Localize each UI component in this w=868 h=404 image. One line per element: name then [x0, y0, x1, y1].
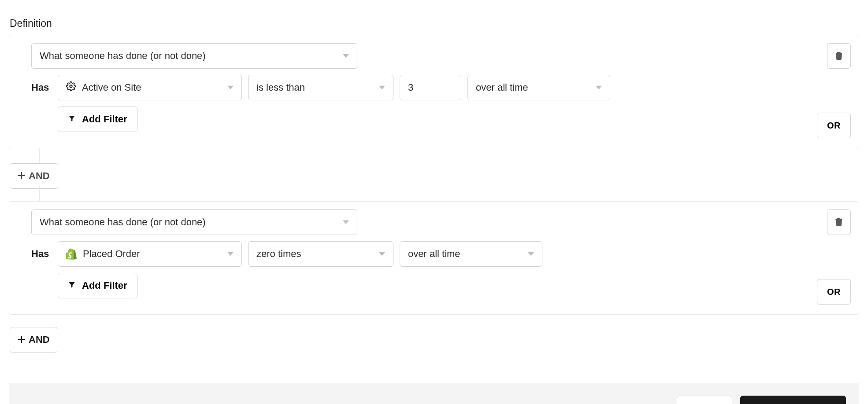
operator-label: zero times [256, 248, 301, 260]
timeframe-select[interactable]: over all time [467, 75, 610, 100]
plus-icon [18, 170, 25, 182]
filter-icon [68, 114, 76, 125]
create-segment-button[interactable]: Create Segment » [740, 396, 846, 404]
and-label: AND [29, 170, 50, 182]
add-filter-label: Add Filter [82, 114, 127, 125]
cancel-button[interactable]: Cancel [677, 396, 732, 404]
condition-type-select[interactable]: What someone has done (or not done) [31, 209, 357, 235]
metric-select[interactable]: Active on Site [58, 75, 242, 100]
metric-label: Active on Site [82, 82, 141, 93]
chevron-down-icon [227, 84, 234, 91]
delete-condition-button[interactable] [827, 209, 851, 235]
has-label: Has [31, 248, 52, 260]
trash-icon [835, 51, 843, 61]
svg-point-0 [70, 85, 72, 88]
and-connector: AND [9, 148, 859, 201]
footer-bar: Cancel Create Segment » [9, 383, 859, 404]
add-and-button[interactable]: AND [10, 327, 58, 353]
plus-icon [18, 334, 25, 345]
chevron-down-icon [596, 84, 602, 91]
operator-label: is less than [256, 82, 305, 93]
add-filter-button[interactable]: Add Filter [58, 273, 137, 298]
has-label: Has [31, 82, 52, 93]
metric-select[interactable]: Placed Order [58, 241, 242, 267]
filter-icon [68, 280, 76, 291]
condition-block: What someone has done (or not done) Has … [9, 35, 859, 148]
chevron-down-icon [343, 53, 349, 59]
operator-select[interactable]: zero times [248, 241, 393, 267]
delete-condition-button[interactable] [827, 43, 851, 69]
and-label: AND [29, 334, 50, 345]
condition-block: What someone has done (or not done) Has … [9, 201, 859, 315]
timeframe-label: over all time [476, 82, 528, 93]
add-filter-label: Add Filter [82, 280, 127, 291]
chevron-down-icon [379, 251, 385, 257]
chevron-down-icon [379, 84, 385, 91]
metric-label: Placed Order [83, 248, 140, 260]
or-button[interactable]: OR [817, 113, 851, 138]
timeframe-label: over all time [408, 248, 460, 260]
chevron-down-icon [528, 251, 534, 257]
trash-icon [835, 217, 843, 228]
chevron-down-icon [343, 219, 349, 225]
gear-icon [66, 81, 76, 94]
timeframe-select[interactable]: over all time [400, 241, 542, 267]
add-filter-button[interactable]: Add Filter [58, 107, 137, 132]
value-input[interactable] [400, 75, 461, 100]
chevron-down-icon [227, 251, 234, 257]
condition-type-label: What someone has done (or not done) [40, 217, 206, 228]
section-title: Definition [10, 18, 859, 29]
condition-type-select[interactable]: What someone has done (or not done) [31, 43, 357, 69]
shopify-icon [66, 248, 77, 260]
condition-type-label: What someone has done (or not done) [40, 50, 206, 62]
and-connector-button[interactable]: AND [10, 163, 58, 189]
or-button[interactable]: OR [817, 279, 851, 305]
operator-select[interactable]: is less than [248, 75, 393, 100]
